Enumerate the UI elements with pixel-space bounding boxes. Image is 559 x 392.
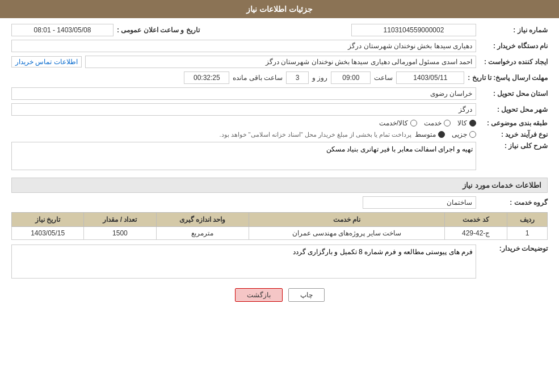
- category-label: طبقه بندی موضوعی :: [480, 119, 548, 127]
- radio-kala-khedmat-icon: [410, 120, 417, 127]
- city-label: شهر محل تحویل :: [480, 106, 548, 113]
- row-response-deadline: مهلت ارسال پاسخ: تا تاریخ : 1403/05/11 س…: [11, 71, 548, 84]
- response-deadline-label: مهلت ارسال پاسخ: تا تاریخ :: [468, 74, 548, 82]
- radio-kala-label: کالا: [457, 119, 467, 127]
- radio-item-khedmat[interactable]: خدمت: [424, 119, 451, 127]
- need-number-value: 1103104559000002: [351, 24, 476, 36]
- description-container: تهیه و اجرای اسفالت معابر با فیر تهانری …: [11, 142, 476, 172]
- radio-motavasset-label: متوسط: [415, 130, 436, 138]
- back-button[interactable]: بازگشت: [235, 288, 283, 302]
- row-city: شهر محل تحویل : درگز: [11, 103, 548, 116]
- radio-item-jozi[interactable]: جزیی: [452, 130, 476, 138]
- radio-kala-khedmat-label: کالا/خدمت: [379, 119, 408, 127]
- services-section-title: اطلاعات خدمات مورد نیاز: [11, 178, 548, 193]
- buyer-org-value: دهیاری سیدها بخش نوخندان شهرستان درگز: [11, 40, 476, 52]
- description-textarea[interactable]: تهیه و اجرای اسفالت معابر با فیر تهانری …: [11, 142, 476, 170]
- radio-item-kala-khedmat[interactable]: کالا/خدمت: [379, 119, 417, 127]
- row-buyer-notes: توضیحات خریدار: فرم های پیوستی مطالعه و …: [11, 245, 548, 280]
- buyer-notes-container: فرم های پیوستی مطالعه و فرم شماره 8 تکمی…: [11, 245, 476, 280]
- cell-service-name: ساخت سایر پروژه‌های مهندسی عمران: [249, 227, 445, 240]
- row-purchase-type: نوع فرآیند خرید : جزیی متوسط پرداخت تمام…: [11, 130, 548, 138]
- city-value: درگز: [11, 103, 476, 116]
- radio-jozi-label: جزیی: [452, 130, 467, 138]
- creator-label: ایجاد کننده درخواست :: [480, 58, 548, 66]
- button-row: چاپ بازگشت: [11, 288, 548, 302]
- announcement-datetime-label: تاریخ و ساعت اعلان عمومی :: [117, 26, 200, 34]
- row-buyer-org: نام دستگاه خریدار : دهیاری سیدها بخش نوخ…: [11, 40, 548, 52]
- response-date-value: 1403/05/11: [396, 71, 464, 84]
- buyer-notes-textarea[interactable]: فرم های پیوستی مطالعه و فرم شماره 8 تکمی…: [11, 245, 476, 279]
- category-radio-group: کالا خدمت کالا/خدمت: [379, 119, 476, 127]
- col-date: تاریخ نیاز: [12, 213, 84, 227]
- service-group-value: ساختمان: [363, 196, 476, 209]
- row-province: استان محل تحویل : خراسان رضوی: [11, 87, 548, 100]
- row-description: شرح کلی نیاز : تهیه و اجرای اسفالت معابر…: [11, 142, 548, 172]
- cell-service-code: ج-42-429: [445, 227, 507, 240]
- contact-info-link[interactable]: اطلاعات تماس خریدار: [11, 56, 82, 68]
- announcement-datetime-value: 1403/05/08 - 08:01: [11, 24, 114, 36]
- radio-khedmat-icon: [444, 120, 451, 127]
- services-table: ردیف کد خدمت نام خدمت واحد اندازه گیری ت…: [11, 212, 548, 240]
- province-label: استان محل تحویل :: [480, 90, 548, 98]
- cell-unit: مترمربع: [156, 227, 249, 240]
- page-wrapper: جزئیات اطلاعات نیاز شماره نیاز : 1103104…: [0, 0, 559, 392]
- row-category: طبقه بندی موضوعی : کالا خدمت کالا/خدمت: [11, 119, 548, 127]
- response-time-label: ساعت: [374, 74, 393, 82]
- col-unit: واحد اندازه گیری: [156, 213, 249, 227]
- header-title: جزئیات اطلاعات نیاز: [246, 5, 313, 14]
- purchase-type-radio-group: جزیی متوسط: [415, 130, 476, 138]
- radio-motavasset-icon: [438, 131, 445, 138]
- need-number-label: شماره نیاز :: [480, 26, 548, 34]
- response-time-value: 09:00: [331, 71, 371, 84]
- cell-date: 1403/05/15: [12, 227, 84, 240]
- buyer-notes-label: توضیحات خریدار:: [480, 245, 548, 252]
- row-need-number: شماره نیاز : 1103104559000002 تاریخ و سا…: [11, 24, 548, 36]
- province-value: خراسان رضوی: [11, 87, 476, 100]
- response-remaining-label: ساعت باقی مانده: [233, 74, 283, 82]
- col-service-code: کد خدمت: [445, 213, 507, 227]
- service-group-label: گروه خدمت :: [480, 199, 548, 206]
- content-area: شماره نیاز : 1103104559000002 تاریخ و سا…: [0, 18, 559, 313]
- radio-kala-icon: [469, 120, 476, 127]
- col-service-name: نام خدمت: [249, 213, 445, 227]
- col-row: ردیف: [507, 213, 547, 227]
- row-service-group: گروه خدمت : ساختمان: [11, 196, 548, 209]
- page-header: جزئیات اطلاعات نیاز: [0, 0, 559, 18]
- cell-row: 1: [507, 227, 547, 240]
- radio-item-kala[interactable]: کالا: [457, 119, 476, 127]
- purchase-type-note: پرداخت تمام یا بخشی از مبلغ خریدار محل "…: [219, 131, 411, 138]
- description-label: شرح کلی نیاز :: [480, 142, 548, 150]
- radio-jozi-icon: [469, 131, 476, 138]
- creator-value: احمد اسدی مسئول امورمالی دهیاری سیدها بخ…: [85, 56, 476, 68]
- purchase-type-label: نوع فرآیند خرید :: [480, 130, 548, 138]
- response-days-label: روز و: [312, 74, 327, 82]
- col-quantity: تعداد / مقدار: [84, 213, 156, 227]
- response-remaining-value: 00:32:25: [184, 71, 229, 84]
- radio-khedmat-label: خدمت: [424, 119, 442, 127]
- buyer-org-label: نام دستگاه خریدار :: [480, 42, 548, 50]
- response-days-value: 3: [286, 71, 309, 84]
- row-creator: ایجاد کننده درخواست : احمد اسدی مسئول ام…: [11, 56, 548, 68]
- print-button[interactable]: چاپ: [288, 288, 325, 302]
- radio-item-motavasset[interactable]: متوسط: [415, 130, 445, 138]
- cell-quantity: 1500: [84, 227, 156, 240]
- table-row: 1 ج-42-429 ساخت سایر پروژه‌های مهندسی عم…: [12, 227, 548, 240]
